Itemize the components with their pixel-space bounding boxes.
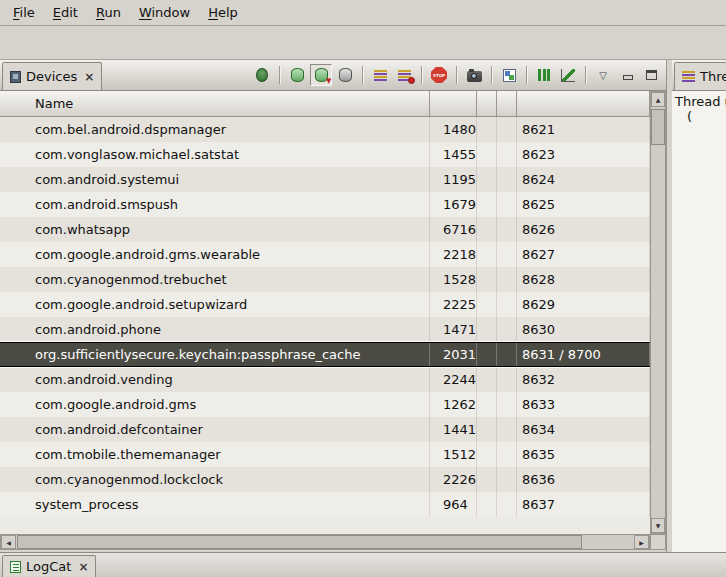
process-cell-4: [497, 292, 517, 317]
table-row[interactable]: com.android.defcontainer 14411 8634: [0, 417, 650, 442]
devices-toolbar: [251, 63, 662, 87]
scroll-up-button[interactable]: ▲: [651, 92, 665, 107]
process-cell-3: [477, 167, 497, 192]
toolbar-separator: [491, 66, 492, 84]
update-threads-icon: [374, 70, 387, 81]
vertical-scrollbar[interactable]: ▲ ▼: [650, 91, 666, 534]
toolbar-separator: [279, 66, 280, 84]
menu-file[interactable]: File: [4, 2, 44, 23]
menu-edit[interactable]: Edit: [44, 2, 87, 23]
update-heap-icon: [291, 68, 304, 82]
down-arrow-icon: ▼: [656, 522, 661, 529]
process-cell-4: [497, 417, 517, 442]
table-row[interactable]: com.bel.android.dspmanager 1480 8621: [0, 117, 650, 142]
tab-devices-label: Devices: [26, 69, 77, 84]
process-pid: 964: [430, 492, 477, 517]
table-row[interactable]: com.cyanogenmod.trebuchet 1528 8628: [0, 267, 650, 292]
menubar: FileEditRunWindowHelp: [0, 0, 726, 26]
column-header-name[interactable]: Name: [0, 91, 430, 116]
maximize-icon: [646, 70, 657, 80]
logcat-bar: LogCat ×: [0, 552, 726, 577]
scroll-left-button[interactable]: ◀: [1, 535, 16, 549]
process-pid: 12623: [430, 392, 477, 417]
update-threads-icon-button[interactable]: [369, 64, 391, 86]
table-row[interactable]: org.sufficientlysecure.keychain:passphra…: [0, 342, 650, 367]
devices-icon: [10, 71, 21, 83]
table-row[interactable]: com.google.android.setupwizard 22250 862…: [0, 292, 650, 317]
tab-logcat[interactable]: LogCat ×: [2, 555, 96, 577]
view-menu-icon-button[interactable]: [592, 64, 614, 86]
devices-view: Devices × Name com.bel.android.dspmanage…: [0, 60, 666, 552]
debug-icon-button[interactable]: [251, 64, 273, 86]
table-row[interactable]: com.android.vending 22440 8632: [0, 367, 650, 392]
tracer-icon-button[interactable]: [533, 64, 555, 86]
stop-process-icon: [431, 67, 447, 83]
process-port: 8630: [517, 317, 650, 342]
table-row[interactable]: com.vonglasow.michael.satstat 14553 8623: [0, 142, 650, 167]
process-cell-4: [497, 117, 517, 142]
dump-hprof-icon-button[interactable]: [310, 64, 332, 86]
process-cell-3: [477, 267, 497, 292]
table-row[interactable]: com.google.android.gms.wearable 22185 86…: [0, 242, 650, 267]
process-cell-3: [477, 343, 497, 366]
menu-window[interactable]: Window: [130, 2, 199, 23]
table-row[interactable]: system_process 964 8637: [0, 492, 650, 517]
threads-icon: [682, 71, 695, 82]
toolbar-separator: [421, 66, 422, 84]
process-name: com.tmobile.thememanager: [0, 442, 430, 467]
horizontal-scrollbar[interactable]: ◀ ▶: [0, 534, 650, 550]
menu-help[interactable]: Help: [199, 2, 247, 23]
column-header-pid[interactable]: [430, 91, 477, 116]
process-name: com.google.android.setupwizard: [0, 292, 430, 317]
table-row[interactable]: com.google.android.gms 12623 8633: [0, 392, 650, 417]
vertical-scrollbar-thumb[interactable]: [651, 109, 665, 145]
process-pid: 1480: [430, 117, 477, 142]
threads-tabbar: Threads: [672, 60, 726, 91]
screen-capture-icon-button[interactable]: [463, 64, 485, 86]
tab-devices[interactable]: Devices ×: [2, 62, 102, 90]
table-row[interactable]: com.android.systemui 1195 8624: [0, 167, 650, 192]
menu-run[interactable]: Run: [87, 2, 130, 23]
maximize-icon-button[interactable]: [640, 64, 662, 86]
process-cell-3: [477, 242, 497, 267]
method-profiling-icon-button[interactable]: [393, 64, 415, 86]
tab-threads[interactable]: Threads: [674, 62, 726, 90]
process-port: 8628: [517, 267, 650, 292]
process-cell-3: [477, 367, 497, 392]
dump-hprof-icon: [315, 68, 328, 82]
table-row[interactable]: com.cyanogenmod.lockclock 22265 8636: [0, 467, 650, 492]
column-header-3[interactable]: [477, 91, 497, 116]
table-row[interactable]: com.android.smspush 1679 8625: [0, 192, 650, 217]
left-arrow-icon: ◀: [6, 539, 11, 546]
column-header-4[interactable]: [497, 91, 517, 116]
process-cell-4: [497, 467, 517, 492]
process-name: com.bel.android.dspmanager: [0, 117, 430, 142]
hierarchy-view-icon-button[interactable]: [498, 64, 520, 86]
pixel-perfect-icon-button[interactable]: [557, 64, 579, 86]
process-cell-4: [497, 217, 517, 242]
scroll-down-button[interactable]: ▼: [651, 518, 665, 533]
close-icon[interactable]: ×: [78, 560, 88, 574]
stop-process-icon-button[interactable]: [428, 64, 450, 86]
process-pid: 14553: [430, 142, 477, 167]
table-row[interactable]: com.android.phone 1471 8630: [0, 317, 650, 342]
process-name: com.google.android.gms.wearable: [0, 242, 430, 267]
process-pid: 6716: [430, 217, 477, 242]
process-pid: 14411: [430, 417, 477, 442]
minimize-icon-button[interactable]: [616, 64, 638, 86]
table-row[interactable]: com.whatsapp 6716 8626: [0, 217, 650, 242]
process-cell-3: [477, 392, 497, 417]
tracer-icon: [538, 69, 550, 81]
process-cell-4: [497, 367, 517, 392]
process-name: org.sufficientlysecure.keychain:passphra…: [0, 343, 430, 366]
process-port: 8631 / 8700: [517, 343, 650, 366]
close-icon[interactable]: ×: [84, 70, 94, 84]
table-row[interactable]: com.tmobile.thememanager 1512 8635: [0, 442, 650, 467]
scroll-right-button[interactable]: ▶: [634, 535, 649, 549]
update-heap-icon-button[interactable]: [286, 64, 308, 86]
process-pid: 22440: [430, 367, 477, 392]
column-header-port[interactable]: [517, 91, 650, 116]
horizontal-scrollbar-thumb[interactable]: [17, 535, 582, 549]
cause-gc-icon-button[interactable]: [334, 64, 356, 86]
process-port: 8634: [517, 417, 650, 442]
